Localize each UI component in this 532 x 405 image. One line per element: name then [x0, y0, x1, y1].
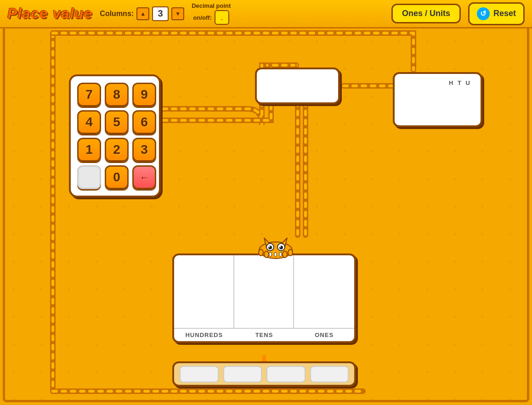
decimal-label-line2: on/off:: [193, 14, 212, 21]
hundreds-cell: [174, 255, 234, 329]
answer-boxes: [172, 361, 356, 387]
columns-control: Columns: ▲ 3 ▼: [100, 6, 184, 21]
reset-icon: ↺: [477, 7, 490, 20]
key-3[interactable]: 3: [132, 138, 156, 162]
place-table-labels: HUNDREDS TENS ONES: [174, 329, 354, 341]
key-2[interactable]: 2: [105, 138, 129, 162]
header-bar: Place value Columns: ▲ 3 ▼ Decimal point…: [0, 0, 532, 28]
svg-point-13: [259, 249, 263, 256]
htu-box: H T U: [393, 72, 482, 127]
answer-box-3: [266, 366, 306, 382]
answer-box-2: [223, 366, 262, 382]
place-table-grid: [174, 255, 354, 329]
monster: [257, 235, 294, 258]
answer-box-1: [180, 366, 219, 382]
key-1[interactable]: 1: [77, 138, 101, 162]
svg-rect-10: [269, 253, 272, 256]
svg-point-16: [288, 249, 293, 256]
svg-rect-12: [279, 253, 282, 256]
columns-value: 3: [152, 6, 169, 21]
tens-label: TENS: [234, 332, 294, 338]
monster-svg: [257, 234, 294, 259]
tens-cell: [234, 255, 294, 329]
columns-decrease-button[interactable]: ▼: [171, 7, 184, 20]
key-0[interactable]: 0: [105, 165, 129, 189]
place-value-table: HUNDREDS TENS ONES: [172, 253, 356, 343]
key-5[interactable]: 5: [105, 110, 129, 134]
svg-point-8: [269, 246, 270, 247]
htu-label: H T U: [449, 79, 471, 86]
key-6[interactable]: 6: [132, 110, 156, 134]
columns-increase-button[interactable]: ▲: [136, 7, 149, 20]
keypad: 7894561230←: [69, 74, 161, 197]
decimal-control: Decimal point on/off: .: [192, 2, 231, 25]
key-4[interactable]: 4: [77, 110, 101, 134]
reset-label: Reset: [493, 9, 516, 18]
display-box: [255, 68, 340, 104]
columns-label: Columns:: [100, 10, 134, 18]
htu-labels: H T U: [398, 78, 477, 86]
svg-rect-11: [274, 253, 277, 256]
svg-point-14: [264, 251, 269, 258]
ones-cell: [294, 255, 354, 329]
svg-point-9: [280, 246, 281, 247]
svg-point-15: [283, 251, 287, 258]
ones-label: ONES: [294, 332, 354, 338]
units-button[interactable]: Ones / Units: [391, 4, 461, 23]
reset-button[interactable]: ↺ Reset: [468, 2, 525, 25]
key-7[interactable]: 7: [77, 83, 101, 107]
decimal-toggle-button[interactable]: .: [215, 10, 229, 25]
key-backspace[interactable]: ←: [132, 165, 156, 189]
main-content: 7894561230← H T U: [0, 28, 532, 405]
decimal-label-line1: Decimal point: [192, 2, 231, 9]
key-empty[interactable]: [77, 165, 101, 189]
app-title: Place value: [7, 5, 92, 22]
answer-box-4: [310, 366, 349, 382]
key-8[interactable]: 8: [105, 83, 129, 107]
hundreds-label: HUNDREDS: [174, 332, 234, 338]
key-9[interactable]: 9: [132, 83, 156, 107]
